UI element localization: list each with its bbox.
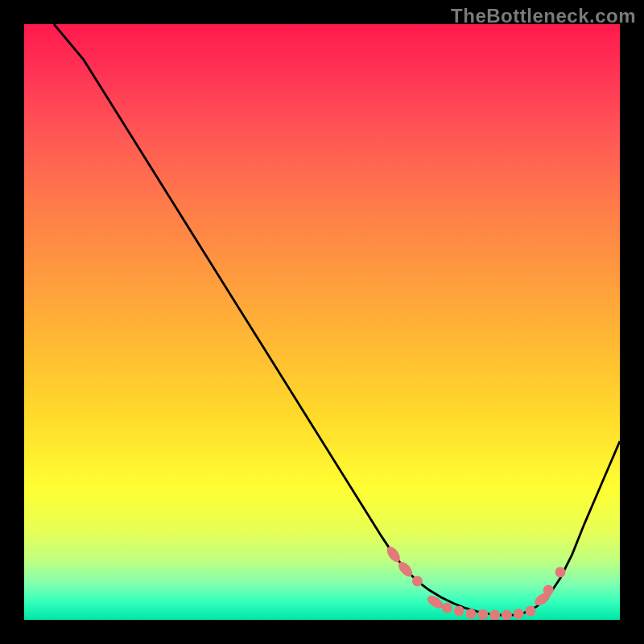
marker-dot (412, 576, 423, 586)
marker-dot (502, 610, 512, 620)
bottleneck-curve (54, 24, 620, 615)
marker-dot (514, 609, 524, 619)
curve-markers (384, 544, 565, 620)
marker-dot (526, 605, 536, 616)
marker-dot (543, 585, 554, 596)
marker-dot (466, 609, 477, 619)
chart-svg (24, 24, 620, 620)
marker-dot (442, 603, 452, 613)
chart-frame: TheBottleneck.com (0, 0, 644, 644)
plot-area (24, 24, 620, 620)
marker-dot (477, 609, 488, 620)
marker-dot (555, 567, 566, 577)
marker-dot (489, 610, 500, 620)
marker-dot (454, 605, 464, 616)
